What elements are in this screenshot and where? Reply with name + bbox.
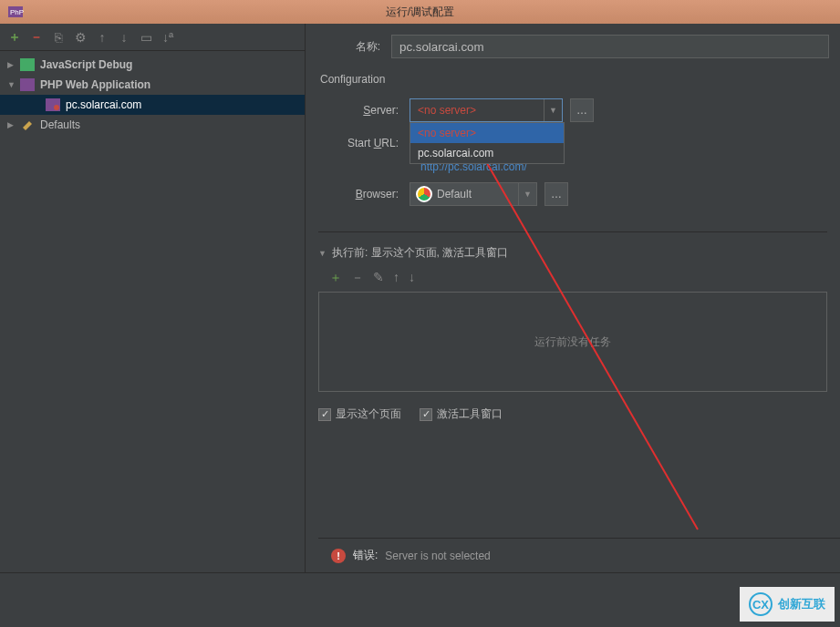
browser-value: Default — [437, 188, 472, 200]
server-label: Server: — [337, 104, 410, 117]
move-down-icon[interactable]: ↓ — [117, 30, 131, 45]
tree-item-config[interactable]: pc.solarcai.com — [0, 95, 305, 115]
browser-row: Browser: Default ▼ … — [337, 182, 840, 206]
php-config-icon — [46, 98, 60, 111]
settings-icon[interactable]: ⚙ — [73, 30, 88, 45]
config-tree: ▶ JavaScript Debug ▼ PHP Web Application… — [0, 51, 305, 572]
tree-label: pc.solarcai.com — [66, 98, 141, 111]
name-row: 名称: — [318, 35, 840, 58]
dropdown-item-no-server[interactable]: <no server> — [410, 123, 564, 143]
server-value: <no server> — [410, 104, 544, 117]
sort-icon[interactable]: ↓ª — [161, 30, 175, 45]
chevron-down-icon[interactable]: ▼ — [544, 99, 562, 121]
browser-combo[interactable]: Default ▼ — [410, 182, 537, 206]
bottom-area — [0, 572, 840, 627]
error-label: 错误: — [353, 548, 378, 563]
tree-label: PHP Web Application — [40, 78, 150, 91]
config-section-title: Configuration — [320, 73, 840, 86]
chrome-icon — [416, 186, 432, 202]
server-row: Server: <no server> ▼ <no server> pc.sol… — [337, 98, 840, 122]
before-run-label: 执行前: 显示这个页面, 激活工具窗口 — [332, 245, 508, 261]
left-toolbar: ＋ － ⎘ ⚙ ↑ ↓ ▭ ↓ª — [0, 24, 305, 51]
before-run-header[interactable]: ▼ 执行前: 显示这个页面, 激活工具窗口 — [318, 245, 840, 261]
server-more-button[interactable]: … — [570, 98, 594, 122]
php-icon — [20, 78, 35, 91]
window-title: 运行/调试配置 — [386, 5, 454, 20]
collapse-icon: ▼ — [318, 249, 327, 258]
titlebar: PhP 运行/调试配置 — [0, 0, 840, 24]
no-tasks-label: 运行前没有任务 — [534, 334, 611, 350]
task-list: 运行前没有任务 — [318, 292, 827, 392]
svg-rect-3 — [20, 78, 35, 91]
chevron-down-icon[interactable]: ▼ — [518, 183, 536, 205]
browser-label: Browser: — [337, 188, 410, 200]
checkbox-row: ✓显示这个页面 ✓激活工具窗口 — [318, 406, 840, 422]
svg-text:PhP: PhP — [10, 8, 24, 16]
error-message: Server is not selected — [385, 550, 490, 562]
separator — [318, 231, 827, 232]
name-input[interactable] — [391, 35, 829, 58]
server-combo[interactable]: <no server> ▼ <no server> pc.solarcai.co… — [410, 98, 563, 122]
svg-point-5 — [54, 105, 59, 110]
tree-item-php-web[interactable]: ▼ PHP Web Application — [0, 75, 305, 95]
watermark: CX 创新互联 — [740, 587, 835, 622]
tree-label: JavaScript Debug — [40, 58, 132, 71]
copy-config-icon[interactable]: ⎘ — [51, 30, 66, 45]
expand-icon: ▶ — [7, 120, 16, 129]
left-panel: ＋ － ⎘ ⚙ ↑ ↓ ▭ ↓ª ▶ JavaScript Debug ▼ PH… — [0, 24, 306, 572]
watermark-icon: CX — [749, 592, 773, 616]
svg-rect-2 — [20, 58, 35, 71]
edit-task-icon[interactable]: ✎ — [373, 270, 384, 286]
move-up-icon[interactable]: ↑ — [95, 30, 109, 45]
remove-task-icon[interactable]: － — [351, 270, 364, 286]
add-task-icon[interactable]: ＋ — [329, 270, 342, 286]
main-area: ＋ － ⎘ ⚙ ↑ ↓ ▭ ↓ª ▶ JavaScript Debug ▼ PH… — [0, 24, 840, 572]
remove-config-icon[interactable]: － — [29, 30, 44, 45]
checkmark-icon: ✓ — [420, 408, 432, 421]
config-section: Server: <no server> ▼ <no server> pc.sol… — [318, 98, 840, 215]
move-up-icon[interactable]: ↑ — [393, 270, 399, 286]
activate-window-checkbox[interactable]: ✓激活工具窗口 — [420, 406, 503, 422]
add-config-icon[interactable]: ＋ — [7, 30, 22, 45]
show-page-checkbox[interactable]: ✓显示这个页面 — [318, 406, 401, 422]
name-label: 名称: — [318, 39, 391, 55]
wrench-icon — [20, 118, 35, 131]
error-bar: ! 错误: Server is not selected — [318, 538, 840, 572]
folder-icon[interactable]: ▭ — [139, 30, 153, 45]
browser-more-button[interactable]: … — [544, 182, 568, 206]
server-dropdown: <no server> pc.solarcai.com — [410, 122, 565, 164]
collapse-icon: ▼ — [7, 80, 16, 89]
watermark-text: 创新互联 — [778, 596, 825, 612]
tree-item-js-debug[interactable]: ▶ JavaScript Debug — [0, 55, 305, 75]
before-run-toolbar: ＋ － ✎ ↑ ↓ — [318, 268, 840, 292]
js-debug-icon — [20, 58, 35, 71]
error-icon: ! — [331, 549, 346, 563]
move-down-icon[interactable]: ↓ — [409, 270, 415, 286]
tree-label: Defaults — [40, 118, 80, 131]
starturl-label: Start URL: — [337, 137, 410, 149]
dropdown-item-server[interactable]: pc.solarcai.com — [410, 143, 564, 163]
right-panel: 名称: Configuration Server: <no server> ▼ … — [306, 24, 840, 572]
app-icon: PhP — [7, 4, 24, 20]
tree-item-defaults[interactable]: ▶ Defaults — [0, 115, 305, 135]
checkmark-icon: ✓ — [318, 408, 331, 421]
expand-icon: ▶ — [7, 60, 16, 69]
